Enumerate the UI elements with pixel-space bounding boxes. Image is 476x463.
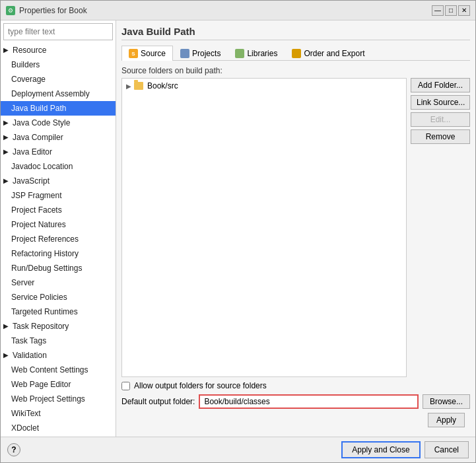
sidebar-item-wikitext[interactable]: WikiText <box>1 406 116 421</box>
tab-projects[interactable]: Projects <box>173 46 228 61</box>
tab-source[interactable]: S Source <box>121 46 173 61</box>
output-folder-input[interactable] <box>199 394 419 409</box>
sidebar-item-server[interactable]: Server <box>1 275 116 290</box>
sidebar-item-project-references[interactable]: Project References <box>1 232 116 246</box>
footer-left: ? <box>7 443 20 456</box>
output-folder-label: Default output folder: <box>121 397 195 406</box>
expand-arrow-icon: ▶ <box>3 44 9 56</box>
sidebar-item-service-policies[interactable]: Service Policies <box>1 290 116 304</box>
bottom-options: Allow output folders for source folders … <box>121 381 470 409</box>
tree-item-book-src[interactable]: ▶ Book/src <box>123 80 405 92</box>
sidebar-item-label: Service Policies <box>11 291 67 303</box>
title-bar-left: ⚙ Properties for Book <box>6 6 87 15</box>
sidebar-item-web-project-settings[interactable]: Web Project Settings <box>1 392 116 406</box>
tab-libraries[interactable]: Libraries <box>228 46 285 61</box>
sidebar-item-javascript[interactable]: ▶JavaScript <box>1 174 116 188</box>
allow-output-label: Allow output folders for source folders <box>134 381 267 390</box>
tree-item-label: Book/src <box>147 81 178 90</box>
apply-button[interactable]: Apply <box>428 413 465 427</box>
window-title: Properties for Book <box>19 6 87 15</box>
tab-source-label: Source <box>141 49 166 58</box>
expand-arrow-icon: ▶ <box>3 175 9 187</box>
browse-button[interactable]: Browse... <box>423 394 470 409</box>
sidebar-item-label: Javadoc Location <box>11 160 73 172</box>
sidebar-item-task-repository[interactable]: ▶Task Repository <box>1 319 116 334</box>
libraries-tab-icon <box>235 49 244 58</box>
sidebar-item-coverage[interactable]: Coverage <box>1 72 116 87</box>
sidebar-item-rundebug-settings[interactable]: Run/Debug Settings <box>1 261 116 275</box>
sidebar-item-label: Task Tags <box>11 335 46 347</box>
maximize-button[interactable]: □ <box>445 5 457 16</box>
sidebar-item-java-build-path[interactable]: Java Build Path <box>1 101 116 116</box>
sidebar-item-label: Resource <box>13 44 46 56</box>
tab-libraries-label: Libraries <box>247 49 277 58</box>
help-button[interactable]: ? <box>7 443 20 456</box>
remove-button[interactable]: Remove <box>411 129 470 144</box>
sidebar-item-validation[interactable]: ▶Validation <box>1 348 116 363</box>
sidebar-item-java-editor[interactable]: ▶Java Editor <box>1 145 116 159</box>
side-buttons: Add Folder... Link Source... Edit... Rem… <box>411 78 470 377</box>
sidebar-item-java-code-style[interactable]: ▶Java Code Style <box>1 116 116 130</box>
filter-input[interactable] <box>3 23 113 40</box>
minimize-button[interactable]: — <box>432 5 444 16</box>
tab-order[interactable]: Order and Export <box>285 46 372 61</box>
sidebar-item-web-page-editor[interactable]: Web Page Editor <box>1 377 116 392</box>
sidebar-item-builders[interactable]: Builders <box>1 57 116 72</box>
cancel-button[interactable]: Cancel <box>425 441 469 458</box>
sidebar-item-label: Project Facets <box>11 204 62 216</box>
allow-output-checkbox[interactable] <box>121 382 130 390</box>
output-folder-row: Default output folder: Browse... <box>121 394 470 409</box>
tree-arrow-icon: ▶ <box>126 83 131 90</box>
edit-button[interactable]: Edit... <box>411 112 470 127</box>
sidebar-item-label: JSP Fragment <box>11 190 61 201</box>
sidebar-item-targeted-runtimes[interactable]: Targeted Runtimes <box>1 304 116 319</box>
sidebar-item-label: Task Repository <box>13 320 69 332</box>
sidebar-item-project-facets[interactable]: Project Facets <box>1 203 116 217</box>
sidebar-item-label: XDoclet <box>11 422 39 434</box>
properties-dialog: ⚙ Properties for Book — □ ✕ ▶ResourceBui… <box>0 0 476 463</box>
add-folder-button[interactable]: Add Folder... <box>411 78 470 92</box>
projects-tab-icon <box>180 49 189 58</box>
sidebar-item-label: Java Code Style <box>13 117 70 129</box>
sidebar-item-deployment-assembly[interactable]: Deployment Assembly <box>1 87 116 101</box>
sidebar-item-label: Run/Debug Settings <box>11 262 82 274</box>
sidebar-item-task-tags[interactable]: Task Tags <box>1 334 116 348</box>
footer-right: Apply and Close Cancel <box>341 441 469 458</box>
sidebar-item-resource[interactable]: ▶Resource <box>1 43 116 57</box>
sidebar-item-jsp-fragment[interactable]: JSP Fragment <box>1 188 116 203</box>
apply-and-close-button[interactable]: Apply and Close <box>341 441 420 458</box>
sidebar-item-label: WikiText <box>11 408 41 419</box>
sidebar-item-javadoc-location[interactable]: Javadoc Location <box>1 159 116 174</box>
apply-row: Apply <box>121 409 470 431</box>
footer: ? Apply and Close Cancel <box>1 437 475 462</box>
tabs-bar: S Source Projects Libraries Order and Ex… <box>121 46 470 61</box>
main-content: ▶ResourceBuildersCoverageDeployment Asse… <box>1 20 475 437</box>
sidebar-item-label: Project References <box>11 233 79 245</box>
sidebar: ▶ResourceBuildersCoverageDeployment Asse… <box>1 20 116 437</box>
section-label: Source folders on build path: <box>121 66 470 75</box>
sidebar-item-xdoclet[interactable]: XDoclet <box>1 421 116 435</box>
sidebar-item-label: Project Natures <box>11 219 66 231</box>
sidebar-item-project-natures[interactable]: Project Natures <box>1 217 116 232</box>
folder-icon <box>134 82 143 90</box>
source-tree-container: ▶ Book/src Add Folder... Link Source... … <box>121 78 470 377</box>
sidebar-item-java-compiler[interactable]: ▶Java Compiler <box>1 130 116 145</box>
right-panel: Java Build Path S Source Projects Librar… <box>116 20 475 437</box>
tab-projects-label: Projects <box>192 49 221 58</box>
sidebar-item-label: Web Project Settings <box>11 393 85 405</box>
sidebar-item-label: Web Page Editor <box>11 378 71 390</box>
allow-output-row: Allow output folders for source folders <box>121 381 470 390</box>
expand-arrow-icon: ▶ <box>3 349 9 361</box>
expand-arrow-icon: ▶ <box>3 131 9 143</box>
sidebar-item-label: Deployment Assembly <box>11 88 90 100</box>
sidebar-item-label: JavaScript <box>13 175 50 187</box>
tab-order-label: Order and Export <box>304 49 364 58</box>
sidebar-item-label: Validation <box>13 349 47 361</box>
sidebar-item-refactoring-history[interactable]: Refactoring History <box>1 246 116 261</box>
link-source-button[interactable]: Link Source... <box>411 95 470 110</box>
sidebar-item-web-content-settings[interactable]: Web Content Settings <box>1 363 116 377</box>
expand-arrow-icon: ▶ <box>3 117 9 129</box>
sidebar-item-label: Coverage <box>11 73 46 85</box>
source-tree[interactable]: ▶ Book/src <box>121 78 407 377</box>
close-button[interactable]: ✕ <box>458 5 470 16</box>
